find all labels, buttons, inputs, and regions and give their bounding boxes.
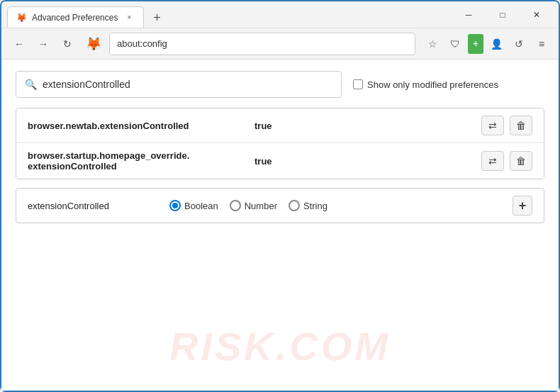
- active-tab[interactable]: 🦊 Advanced Preferences ×: [7, 6, 144, 28]
- title-bar: 🦊 Advanced Preferences × + ─ □ ✕: [1, 1, 559, 28]
- pref-name-2: browser.startup.homepage_override. exten…: [28, 150, 254, 172]
- address-text: about:config: [117, 38, 408, 49]
- radio-string-circle[interactable]: [289, 200, 300, 211]
- content-area: RISK.COM 🔍 extensionControlled Show only…: [1, 60, 559, 391]
- table-row: browser.startup.homepage_override. exten…: [16, 143, 544, 179]
- watermark: RISK.COM: [169, 323, 391, 369]
- bookmark-button[interactable]: ☆: [422, 34, 442, 54]
- radio-number-circle[interactable]: [230, 200, 241, 211]
- firefox-icon: 🦊: [84, 34, 103, 54]
- pref-actions-1: ⇄ 🗑: [481, 116, 532, 135]
- search-input[interactable]: extensionControlled: [43, 79, 332, 90]
- tab-title: Advanced Preferences: [32, 13, 118, 23]
- pref-name-2-line1: browser.startup.homepage_override.: [28, 150, 189, 161]
- shield-button[interactable]: 🛡: [445, 34, 465, 54]
- trash-icon-1: 🗑: [516, 120, 526, 131]
- show-modified-checkbox[interactable]: [353, 79, 363, 89]
- profile-button[interactable]: 👤: [486, 34, 506, 54]
- pref-value-2: true: [254, 156, 481, 167]
- radio-string[interactable]: String: [289, 200, 327, 211]
- delete-button-1[interactable]: 🗑: [510, 116, 532, 135]
- radio-number[interactable]: Number: [230, 200, 277, 211]
- radio-group: Boolean Number String: [169, 200, 513, 211]
- tab-close-button[interactable]: ×: [123, 12, 135, 23]
- pref-value-1: true: [254, 121, 481, 131]
- forward-button[interactable]: →: [33, 33, 54, 55]
- radio-boolean[interactable]: Boolean: [169, 200, 218, 211]
- new-pref-name: extensionControlled: [28, 201, 169, 211]
- delete-button-2[interactable]: 🗑: [510, 151, 532, 171]
- menu-button[interactable]: ≡: [532, 34, 551, 54]
- arrows-icon-2: ⇄: [488, 155, 497, 167]
- tab-favicon: 🦊: [16, 13, 26, 23]
- show-modified-area: Show only modified preferences: [353, 79, 498, 90]
- nav-bar: ← → ↻ 🦊 about:config ☆ 🛡 + 👤 ↺ ≡: [1, 28, 559, 60]
- extensions-button[interactable]: +: [468, 34, 483, 54]
- reload-button[interactable]: ↻: [57, 33, 78, 55]
- window-controls: ─ □ ✕: [452, 4, 553, 26]
- pref-name-2-line2: extensionControlled: [28, 161, 117, 172]
- new-tab-button[interactable]: +: [147, 8, 167, 28]
- new-pref-row: extensionControlled Boolean Number Strin…: [16, 188, 544, 223]
- radio-boolean-circle[interactable]: [169, 200, 181, 211]
- back-button[interactable]: ←: [9, 33, 30, 55]
- radio-boolean-label: Boolean: [184, 201, 218, 211]
- trash-icon-2: 🗑: [516, 155, 526, 167]
- table-row: browser.newtab.extensionControlled true …: [16, 108, 544, 143]
- sync-button[interactable]: ↺: [509, 34, 529, 54]
- browser-window: 🦊 Advanced Preferences × + ─ □ ✕ ← → ↻ 🦊…: [0, 0, 560, 392]
- maximize-button[interactable]: □: [486, 4, 519, 26]
- close-button[interactable]: ✕: [520, 4, 553, 26]
- tab-area: 🦊 Advanced Preferences × +: [7, 1, 447, 28]
- arrows-icon-1: ⇄: [488, 120, 497, 131]
- search-box[interactable]: 🔍 extensionControlled: [16, 71, 342, 98]
- nav-icons-right: ☆ 🛡 + 👤 ↺ ≡: [422, 34, 551, 54]
- radio-number-label: Number: [245, 201, 277, 211]
- radio-string-label: String: [303, 201, 327, 211]
- address-bar[interactable]: about:config: [109, 33, 415, 55]
- add-pref-button[interactable]: +: [513, 196, 532, 215]
- search-row: 🔍 extensionControlled Show only modified…: [16, 71, 544, 98]
- toggle-button-2[interactable]: ⇄: [481, 151, 504, 171]
- show-modified-label: Show only modified preferences: [367, 79, 498, 90]
- toggle-button-1[interactable]: ⇄: [481, 116, 504, 135]
- pref-actions-2: ⇄ 🗑: [481, 151, 532, 171]
- prefs-table: browser.newtab.extensionControlled true …: [16, 108, 544, 179]
- pref-name-1: browser.newtab.extensionControlled: [28, 121, 254, 131]
- minimize-button[interactable]: ─: [452, 4, 485, 26]
- search-icon: 🔍: [25, 79, 37, 90]
